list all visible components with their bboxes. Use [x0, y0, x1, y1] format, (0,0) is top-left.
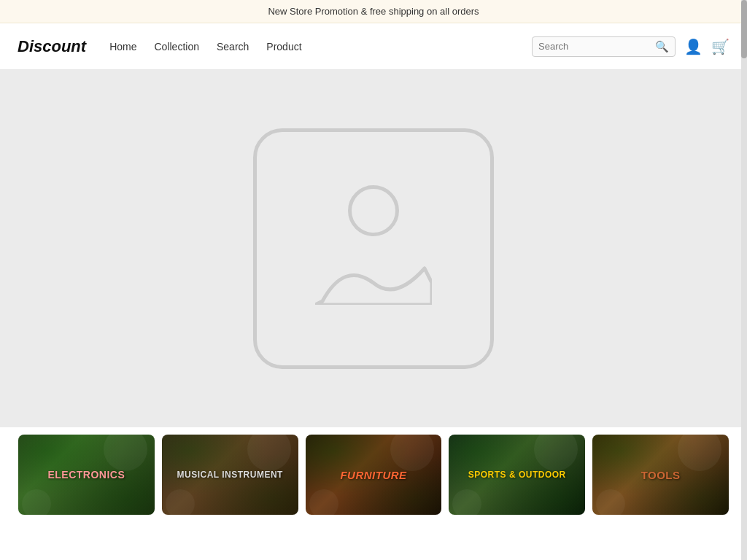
hero-section: [0, 70, 747, 427]
search-container: 🔍: [532, 36, 676, 57]
scrollbar-thumb: [741, 0, 747, 58]
category-label-music: Musical instrument: [172, 467, 287, 483]
category-card-music[interactable]: Musical instrument: [162, 435, 298, 515]
nav-item-product[interactable]: Product: [266, 41, 301, 52]
hero-placeholder-image: [253, 128, 494, 369]
category-card-furniture[interactable]: FURNITURE: [306, 435, 442, 515]
search-icon[interactable]: 🔍: [655, 40, 669, 53]
account-icon[interactable]: 👤: [684, 38, 703, 55]
scrollbar[interactable]: [741, 0, 747, 522]
category-label-electronics: ELECTRONICS: [43, 466, 129, 483]
category-label-furniture: FURNITURE: [336, 466, 411, 484]
category-card-electronics[interactable]: ELECTRONICS: [18, 435, 155, 515]
header-right: 🔍 👤 🛒: [532, 36, 729, 57]
nav: Home Collection Search Product: [109, 41, 532, 52]
categories-section: ELECTRONICS Musical instrument FURNITURE…: [0, 427, 747, 522]
cart-icon[interactable]: 🛒: [711, 38, 729, 55]
placeholder-mountain-icon: [315, 254, 432, 305]
placeholder-circle: [348, 185, 399, 236]
promo-text: New Store Promotion & free shipping on a…: [268, 6, 479, 17]
category-card-sports[interactable]: SPORTS & OUTDOOR: [449, 435, 585, 515]
logo[interactable]: Discount: [18, 37, 86, 56]
promo-bar: New Store Promotion & free shipping on a…: [0, 0, 747, 23]
category-label-tools: TOOLS: [637, 466, 685, 484]
nav-item-home[interactable]: Home: [109, 41, 136, 52]
search-input[interactable]: [538, 41, 655, 52]
header: Discount Home Collection Search Product …: [0, 23, 747, 70]
category-label-sports: SPORTS & OUTDOOR: [464, 467, 570, 483]
category-card-tools[interactable]: TOOLS: [592, 435, 729, 515]
nav-item-collection[interactable]: Collection: [154, 41, 198, 52]
nav-item-search[interactable]: Search: [217, 41, 249, 52]
